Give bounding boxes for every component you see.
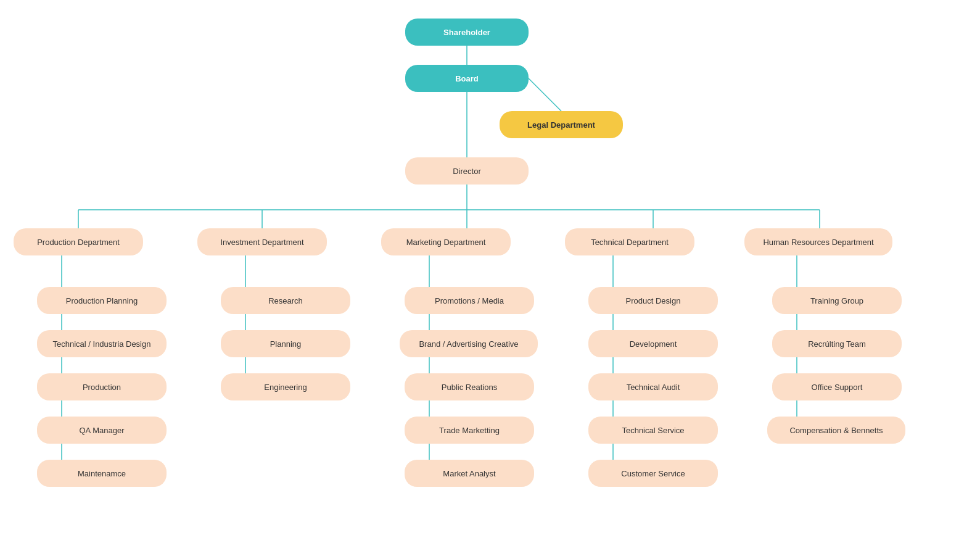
office-support-node: Office Support [772,373,902,400]
trade-marketing-node: Trade Marketting [405,417,534,444]
production-node: Production [37,373,167,400]
technical-audit-node: Technical Audit [588,373,718,400]
qa-manager-node: QA Manager [37,417,167,444]
development-node: Development [588,330,718,357]
hr-department-node: Human Resources Department [744,228,892,255]
svg-line-1 [529,78,561,111]
technical-service-node: Technical Service [588,417,718,444]
market-analyst-node: Market Analyst [405,460,534,487]
shareholder-node: Shareholder [405,19,529,46]
customer-service-node: Customer Service [588,460,718,487]
maintenance-node: Maintenamce [37,460,167,487]
production-planning-node: Production Planning [37,287,167,314]
promotions-media-node: Promotions / Media [405,287,534,314]
org-chart: Shareholder Board Legal Department Direc… [0,0,980,535]
training-group-node: Training Group [772,287,902,314]
product-design-node: Product Design [588,287,718,314]
legal-node: Legal Department [500,111,623,138]
planning-node: Planning [221,330,350,357]
compensation-node: Compensation & Bennetts [767,417,905,444]
tech-industria-design-node: Technical / Industria Design [37,330,167,357]
investment-department-node: Investment Department [197,228,327,255]
marketing-department-node: Marketing Department [381,228,511,255]
engineering-node: Engineering [221,373,350,400]
brand-advertising-node: Brand / Advertising Creative [400,330,538,357]
recruiting-team-node: Recrúlting Team [772,330,902,357]
public-relations-node: Public Reations [405,373,534,400]
board-node: Board [405,65,529,92]
production-department-node: Production Department [14,228,143,255]
research-node: Research [221,287,350,314]
technical-department-node: Technical Department [565,228,694,255]
director-node: Director [405,157,529,185]
